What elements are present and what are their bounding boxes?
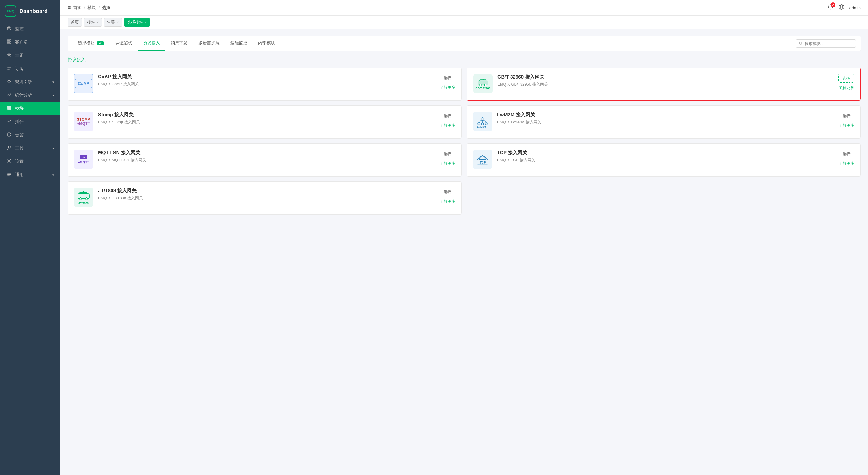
tag-module-close[interactable]: ×: [97, 21, 99, 24]
svg-line-35: [484, 121, 487, 123]
gbt-title: GB/T 32960 接入网关: [497, 74, 831, 80]
tab-ops-monitor-label: 运维监控: [230, 40, 247, 46]
mqttsn-info: MQTT-SN 接入网关 EMQ X MQTT-SN 接入网关: [98, 150, 433, 166]
theme-icon: [6, 53, 12, 59]
gbt-logo-text: GB/T 32960: [475, 87, 490, 90]
sidebar-item-theme-label: 主题: [15, 53, 24, 58]
mqttsn-logo: SN ◂MQTT: [74, 150, 93, 169]
settings-icon: [6, 159, 12, 165]
sidebar-item-alarm[interactable]: 告警: [0, 128, 60, 142]
tag-home[interactable]: 首页: [67, 18, 82, 27]
jtt808-title: JT/T808 接入网关: [98, 188, 433, 194]
mqttsn-learn-more-button[interactable]: 了解更多: [440, 161, 456, 166]
gbt-car-icon: [477, 78, 488, 86]
gbt-logo: GB/T 32960: [473, 74, 493, 94]
coap-select-button[interactable]: 选择: [440, 74, 456, 82]
sidebar-item-tools-label: 工具: [15, 145, 24, 151]
statistics-chevron: ▾: [53, 94, 54, 97]
gbt-info: GB/T 32960 接入网关 EMQ X GB/T32960 接入网关: [497, 74, 831, 91]
gbt-select-button[interactable]: 选择: [838, 74, 854, 82]
sidebar-item-general[interactable]: 通用 ▾: [0, 168, 60, 181]
alarm-icon: [6, 132, 12, 138]
jtt808-select-button[interactable]: 选择: [440, 188, 456, 196]
svg-rect-19: [7, 175, 10, 176]
svg-point-0: [7, 27, 11, 30]
tag-select-module-close[interactable]: ×: [145, 21, 147, 24]
card-lwm2m: LwM2M LwM2M 接入网关 EMQ X LwM2M 接入网关 选择 了解更…: [467, 105, 861, 139]
notification-button[interactable]: 2: [828, 4, 834, 11]
sidebar-item-module-label: 模块: [15, 106, 24, 111]
module-search-input[interactable]: [805, 41, 852, 46]
sidebar-item-subscribe-label: 订阅: [15, 66, 24, 71]
sidebar-item-subscribe[interactable]: 订阅: [0, 62, 60, 75]
tag-alarm[interactable]: 告警 ×: [104, 18, 122, 27]
tcp-title: TCP 接入网关: [497, 150, 832, 156]
sidebar-item-tools[interactable]: 工具 ▾: [0, 142, 60, 155]
sidebar-item-plugin[interactable]: 插件: [0, 115, 60, 128]
mqttsn-select-button[interactable]: 选择: [440, 150, 456, 158]
gbt-learn-more-button[interactable]: 了解更多: [838, 85, 854, 91]
sidebar-item-statistics[interactable]: 统计分析 ▾: [0, 89, 60, 102]
tab-select-module[interactable]: 选择模块 28: [72, 36, 110, 50]
tcp-logo: TCP: [473, 150, 492, 169]
svg-point-41: [80, 198, 82, 200]
plugin-icon: [6, 119, 12, 125]
module-search-box[interactable]: [796, 39, 856, 47]
coap-desc: EMQ X CoAP 接入网关: [98, 81, 433, 87]
svg-point-30: [478, 123, 480, 125]
tag-select-module[interactable]: 选择模块 ×: [124, 18, 150, 27]
tab-internal[interactable]: 内部模块: [253, 36, 280, 50]
sidebar-item-monitor-label: 监控: [15, 26, 24, 32]
svg-rect-2: [7, 40, 9, 41]
card-gbt32960: GB/T 32960 GB/T 32960 接入网关 EMQ X GB/T329…: [467, 68, 861, 101]
tag-alarm-close[interactable]: ×: [117, 21, 119, 24]
lwm2m-select-button[interactable]: 选择: [839, 112, 855, 120]
breadcrumb-home[interactable]: 首页: [73, 5, 82, 10]
coap-logo: CoAP: [74, 74, 93, 93]
breadcrumb-module[interactable]: 模块: [88, 5, 96, 10]
tab-message[interactable]: 消息下发: [165, 36, 193, 50]
tab-ops-monitor[interactable]: 运维监控: [225, 36, 253, 50]
sidebar-item-monitor[interactable]: 监控: [0, 22, 60, 36]
lwm2m-actions: 选择 了解更多: [836, 112, 855, 128]
tab-auth[interactable]: 认证鉴权: [110, 36, 137, 50]
lwm2m-learn-more-button[interactable]: 了解更多: [839, 123, 855, 128]
tag-module[interactable]: 模块 ×: [84, 18, 102, 27]
tabbar: 首页 模块 × 告警 × 选择模块 ×: [60, 16, 868, 29]
admin-user-label[interactable]: admin: [849, 5, 861, 10]
svg-rect-4: [7, 42, 9, 43]
mqttsn-title: MQTT-SN 接入网关: [98, 150, 433, 156]
svg-point-15: [9, 135, 9, 136]
tab-multilang[interactable]: 多语言扩展: [193, 36, 225, 50]
svg-point-29: [481, 117, 484, 121]
language-button[interactable]: [838, 4, 844, 11]
coap-learn-more-button[interactable]: 了解更多: [440, 85, 456, 90]
sidebar-item-client[interactable]: 客户端: [0, 36, 60, 49]
subscribe-icon: [6, 66, 12, 72]
coap-info: CoAP 接入网关 EMQ X CoAP 接入网关: [98, 74, 433, 91]
stomp-select-button[interactable]: 选择: [440, 112, 456, 120]
rule-engine-chevron: ▾: [53, 80, 54, 84]
sidebar-item-settings[interactable]: 设置: [0, 155, 60, 168]
stomp-learn-more-button[interactable]: 了解更多: [440, 123, 456, 128]
tab-protocol[interactable]: 协议接入: [137, 36, 165, 50]
sidebar-item-rule-engine[interactable]: 规则引擎 ▾: [0, 75, 60, 89]
section-title: 协议接入: [67, 57, 861, 63]
jtt808-car-icon: [77, 190, 90, 201]
card-mqttsn: SN ◂MQTT MQTT-SN 接入网关 EMQ X MQTT-SN 接入网关…: [67, 143, 462, 177]
svg-point-26: [479, 84, 482, 86]
sidebar-item-theme[interactable]: 主题: [0, 49, 60, 62]
jtt808-info: JT/T808 接入网关 EMQ X JT/T808 接入网关: [98, 188, 433, 204]
tcp-select-button[interactable]: 选择: [839, 150, 855, 158]
tcp-learn-more-button[interactable]: 了解更多: [839, 161, 855, 166]
topbar-right: 2 admin: [828, 4, 861, 11]
svg-rect-6: [7, 67, 11, 68]
sidebar-item-module[interactable]: 模块: [0, 102, 60, 115]
general-icon: [6, 172, 12, 178]
sidebar-item-client-label: 客户端: [15, 39, 28, 45]
emq-logo-icon: EMQ: [5, 5, 16, 17]
jtt808-learn-more-button[interactable]: 了解更多: [440, 199, 456, 204]
sidebar-item-plugin-label: 插件: [15, 119, 24, 125]
card-stomp: STOMP ◂MQTT Stomp 接入网关 EMQ X Stomp 接入网关 …: [67, 105, 462, 139]
menu-toggle-icon[interactable]: ≡: [67, 4, 71, 11]
